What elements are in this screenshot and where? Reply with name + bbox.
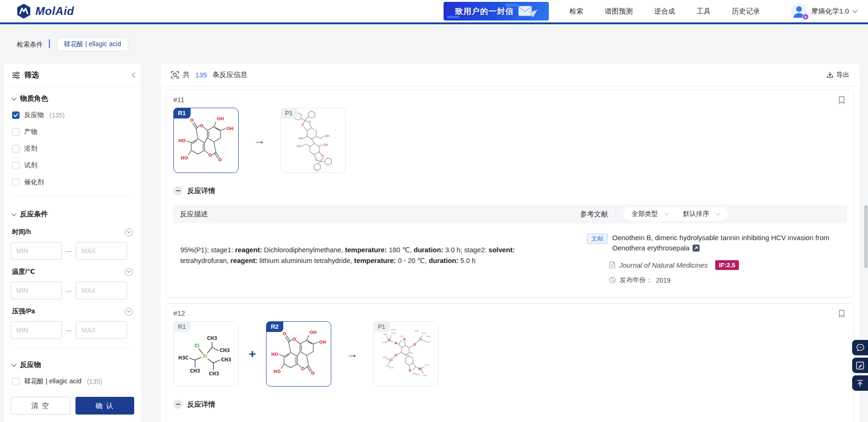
nav-item-tools[interactable]: 工具 (697, 7, 711, 16)
reaction-scheme: R1 + R2 → P1 (173, 321, 847, 387)
circle-chevron-icon[interactable] (125, 228, 133, 236)
export-button[interactable]: 导出 (827, 71, 849, 79)
option-label: 反应物 (24, 111, 44, 119)
option-label: 催化剂 (24, 178, 44, 187)
results-panel: 共135条反应信息 导出 #11 R1 → (161, 64, 860, 422)
checkbox[interactable] (12, 378, 20, 385)
reaction-description: 95%(P1); stage1: reagent: Dichlorodiphen… (180, 223, 529, 266)
pressure-min-input[interactable] (11, 321, 62, 339)
pressure-max-input[interactable] (76, 321, 127, 339)
description-header: 反应描述 (180, 210, 208, 219)
range-dash: — (62, 248, 76, 255)
nav-item-search[interactable]: 检索 (569, 7, 583, 16)
section-substance-role[interactable]: 物质角色 (4, 87, 141, 107)
collapse-sidebar-icon[interactable] (131, 72, 137, 78)
bookmark-icon[interactable] (838, 310, 845, 320)
reaction-list: #11 R1 → P1 反应详情 反应描述 (161, 86, 860, 422)
molecule-box-r1[interactable]: R1 (173, 108, 239, 173)
pressure-range: — (4, 320, 141, 341)
temperature-range: — (4, 280, 141, 302)
time-min-input[interactable] (11, 242, 62, 260)
reaction-details-toggle[interactable]: 反应详情 (173, 186, 847, 195)
banner-decoration (505, 4, 519, 7)
reference-title[interactable]: Oenothein B, dimeric hydrolysable tannin… (612, 233, 847, 255)
filter-header: 筛选 (4, 64, 141, 87)
filter-footer: 清 空 确 认 (4, 391, 141, 422)
reaction-id: #11 (173, 96, 847, 104)
breadcrumb-divider (49, 39, 50, 48)
user-letter-banner[interactable]: 致用户的一封信 (444, 2, 549, 21)
molecule-tag: P1 (373, 321, 390, 332)
avatar: ♥ (791, 3, 807, 19)
minus-circle-icon[interactable] (173, 400, 183, 409)
molecule-structure-silane (175, 323, 237, 385)
main-nav: 检索 谱图预测 逆合成 工具 历史记录 (569, 0, 760, 22)
temperature-max-input[interactable] (76, 282, 127, 299)
floating-toolbar (852, 340, 868, 391)
circle-chevron-icon[interactable] (125, 268, 133, 276)
confirm-button[interactable]: 确 认 (75, 397, 134, 415)
section-reactants[interactable]: 反应物 (4, 353, 141, 373)
reactant-option-ellagic-acid[interactable]: 鞣花酸 | ellagic acid (135) (4, 373, 141, 390)
molecule-box-r1[interactable]: R1 (173, 321, 239, 387)
checkbox[interactable] (12, 162, 20, 169)
role-option-reagent[interactable]: 试剂 (4, 157, 141, 174)
reaction-arrow: → (254, 134, 265, 147)
checkbox[interactable] (12, 145, 20, 152)
chevron-down-icon (664, 211, 669, 216)
feedback-button[interactable] (852, 340, 868, 355)
molecule-box-r2[interactable]: R2 (266, 321, 331, 387)
molecule-tag: R1 (173, 321, 191, 332)
section-reaction-conditions[interactable]: 反应条件 (4, 202, 141, 222)
time-max-input[interactable] (76, 242, 127, 260)
role-option-product[interactable]: 产物 (4, 124, 141, 140)
user-name: 摩熵化学1.0 (811, 7, 849, 16)
option-label: 试剂 (24, 161, 37, 170)
checkbox-checked[interactable] (12, 111, 20, 119)
nav-item-retrosynthesis[interactable]: 逆合成 (654, 7, 675, 16)
bookmark-icon[interactable] (838, 96, 845, 106)
sort-filter-dropdown[interactable]: 默认排序 (683, 210, 719, 218)
molecule-box-p1[interactable]: P1 (280, 108, 346, 173)
nav-item-spectra-prediction[interactable]: 谱图预测 (605, 7, 633, 16)
banner-text: 致用户的一封信 (455, 6, 514, 17)
temperature-min-input[interactable] (11, 282, 62, 299)
molecule-tag: R1 (173, 108, 191, 118)
circle-chevron-icon[interactable] (125, 308, 133, 316)
role-option-solvent[interactable]: 溶剂 (4, 140, 141, 157)
breadcrumb-chip-ellagic-acid[interactable]: 鞣花酸 | ellagic acid (57, 37, 128, 51)
section-title: 反应物 (20, 360, 41, 369)
reaction-details-toggle[interactable]: 反应详情 (173, 400, 847, 409)
molecule-box-p1[interactable]: P1 (373, 321, 438, 387)
option-label: 产物 (24, 128, 37, 136)
brand-logo[interactable]: MolAid (16, 3, 74, 19)
clear-button[interactable]: 清 空 (11, 397, 70, 415)
minus-circle-icon[interactable] (173, 186, 183, 195)
molecule-tag: R2 (266, 321, 283, 332)
document-icon (609, 261, 615, 269)
molaid-logo-icon (16, 3, 32, 19)
reference-header: 参考文献 (580, 210, 608, 219)
back-to-top-button[interactable] (852, 375, 868, 391)
molecule-structure-product (282, 110, 344, 171)
divider (12, 196, 133, 197)
publish-year: 2019 (656, 277, 670, 284)
type-filter-dropdown[interactable]: 全部类型 (632, 210, 668, 218)
divider (12, 347, 133, 347)
details-body: 95%(P1); stage1: reagent: Dichlorodiphen… (173, 223, 847, 297)
checkbox[interactable] (12, 128, 20, 136)
vertical-scrollbar[interactable] (864, 205, 868, 268)
nav-item-history[interactable]: 历史记录 (732, 7, 760, 16)
role-option-reactant[interactable]: 反应物 (135) (4, 107, 141, 124)
condition-pressure: 压强/Pa (4, 302, 141, 320)
external-link-icon[interactable] (692, 244, 700, 255)
condition-temperature: 温度/℃ (4, 262, 141, 280)
checkbox[interactable] (12, 179, 20, 186)
option-count: (135) (49, 111, 65, 119)
time-range: — (4, 241, 141, 262)
chevron-down-icon (11, 361, 16, 367)
edit-note-button[interactable] (852, 358, 868, 373)
role-option-catalyst[interactable]: 催化剂 (4, 174, 141, 191)
user-menu[interactable]: ♥ 摩熵化学1.0 (791, 0, 857, 22)
filter-sidebar: 筛选 物质角色 反应物 (135) 产物 溶剂 试剂 催化剂 反应条件 时间/h (4, 64, 141, 422)
